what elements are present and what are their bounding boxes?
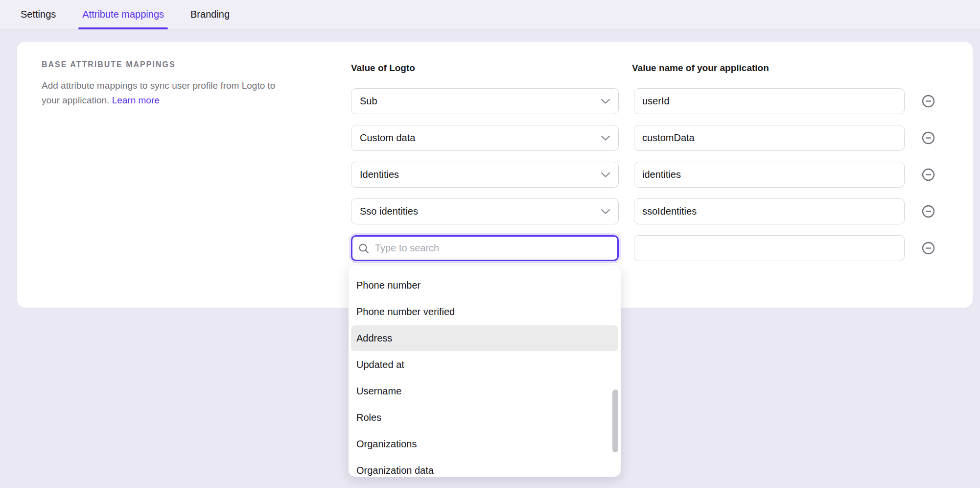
mapping-row-new <box>17 235 973 261</box>
app-value-input[interactable] <box>634 162 905 188</box>
remove-mapping-button[interactable] <box>922 131 935 145</box>
remove-mapping-button[interactable] <box>922 168 935 181</box>
app-value-input[interactable] <box>634 235 905 261</box>
tab-attribute-mappings[interactable]: Attribute mappings <box>78 0 168 29</box>
logto-value-select[interactable]: Identities <box>351 162 619 188</box>
dropdown-option-updated-at[interactable]: Updated at <box>351 352 618 378</box>
attribute-search-box[interactable] <box>351 235 619 261</box>
app-value-input[interactable] <box>634 88 905 114</box>
remove-mapping-button[interactable] <box>922 242 935 255</box>
column-header-application: Value name of your application <box>632 63 769 73</box>
mapping-row: Sso identities <box>17 198 973 224</box>
logto-value-select[interactable]: Custom data <box>351 125 619 151</box>
app-value-input[interactable] <box>634 198 905 224</box>
tab-branding[interactable]: Branding <box>187 0 233 29</box>
chevron-down-icon <box>601 172 610 177</box>
tab-bar: Settings Attribute mappings Branding <box>0 0 980 29</box>
mapping-row: Identities <box>17 162 973 188</box>
section-heading: BASE ATTRIBUTE MAPPINGS <box>42 60 176 69</box>
remove-mapping-button[interactable] <box>922 95 935 108</box>
dropdown-option-phone-number[interactable]: Phone number <box>351 272 618 298</box>
chevron-down-icon <box>601 99 610 104</box>
mapping-row: Custom data <box>17 125 973 151</box>
logto-value-select[interactable]: Sub <box>351 88 619 114</box>
app-value-input[interactable] <box>634 125 905 151</box>
minus-circle-icon <box>922 205 935 218</box>
dropdown-option-roles[interactable]: Roles <box>351 405 618 431</box>
chevron-down-icon <box>601 209 610 214</box>
column-header-logto: Value of Logto <box>351 63 415 73</box>
minus-circle-icon <box>922 242 935 255</box>
logto-value-select[interactable]: Sso identities <box>351 198 619 224</box>
logto-value-label: Custom data <box>360 132 415 144</box>
dropdown-option-address[interactable]: Address <box>351 325 618 351</box>
attribute-dropdown-menu: Phone number Phone number verified Addre… <box>349 266 621 477</box>
mapping-row: Sub <box>17 88 973 114</box>
dropdown-option-username[interactable]: Username <box>351 378 618 404</box>
dropdown-option-organization-data[interactable]: Organization data <box>351 458 618 477</box>
dropdown-scrollbar-thumb[interactable] <box>612 390 618 452</box>
logto-value-label: Identities <box>360 169 399 180</box>
minus-circle-icon <box>922 168 935 181</box>
dropdown-option-organizations[interactable]: Organizations <box>351 431 618 457</box>
minus-circle-icon <box>922 95 935 108</box>
minus-circle-icon <box>922 131 935 145</box>
remove-mapping-button[interactable] <box>922 205 935 218</box>
attribute-search-input[interactable] <box>375 243 611 254</box>
chevron-down-icon <box>601 136 610 141</box>
dropdown-option-phone-number-verified[interactable]: Phone number verified <box>351 299 618 325</box>
tab-settings[interactable]: Settings <box>17 0 60 29</box>
logto-value-label: Sub <box>360 96 377 107</box>
search-icon <box>358 243 369 254</box>
logto-value-label: Sso identities <box>360 206 418 217</box>
